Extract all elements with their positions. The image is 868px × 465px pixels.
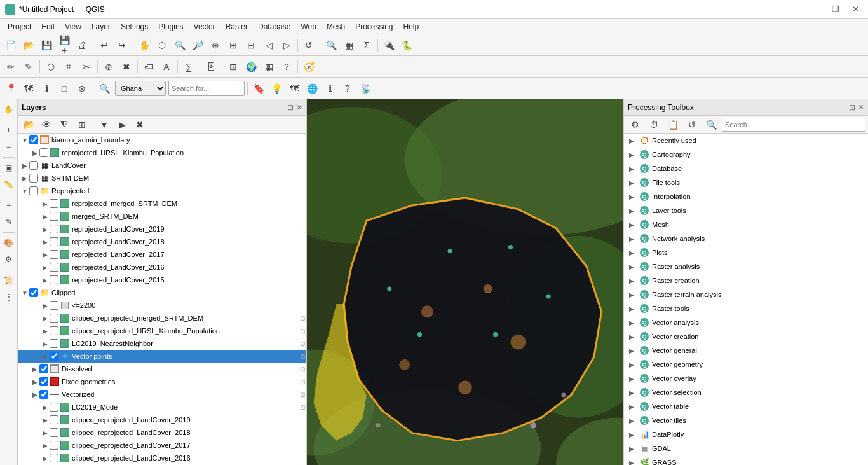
select-vtb-button[interactable]: ▣ xyxy=(1,160,17,176)
processing-toolbox-float-icon[interactable]: ⊡ xyxy=(849,103,855,112)
layer-item-rep-lc2017[interactable]: ▶ reprojected_LandCover_2017 xyxy=(18,248,306,261)
more-vtb-button[interactable]: ⋮ xyxy=(1,289,17,305)
select-location-button[interactable]: 📍 xyxy=(3,80,19,97)
layer-check-clipped-lc2019[interactable] xyxy=(50,415,58,424)
globe-button[interactable]: 🌐 xyxy=(304,80,320,97)
toolbox-item-interpolation[interactable]: ▶ Q Interpolation xyxy=(624,190,868,204)
node-tool-button[interactable]: ⬡ xyxy=(43,59,59,75)
layer-item-rep-lc2016[interactable]: ▶ reprojected_LandCover_2016 xyxy=(18,261,306,274)
delete-button[interactable]: ✖ xyxy=(118,59,135,75)
menu-settings[interactable]: Settings xyxy=(116,21,153,32)
edit-button[interactable]: ✎ xyxy=(20,59,37,75)
filter-layer-button[interactable]: ⧨ xyxy=(56,116,72,133)
zoom-full-button[interactable]: ⊕ xyxy=(207,37,224,53)
layer-check-reprojected-group[interactable] xyxy=(29,186,38,195)
layer-expand-rep-lc2019[interactable]: ▶ xyxy=(41,225,50,233)
layer-expand-srtm[interactable]: ▶ xyxy=(20,174,29,183)
attribute-table-button[interactable]: ▦ xyxy=(341,37,357,53)
minimize-button[interactable]: — xyxy=(807,3,823,15)
layer-expand-vector-points[interactable]: ▶ xyxy=(41,352,50,361)
layer-expand-clipped-lc2019[interactable]: ▶ xyxy=(41,415,50,424)
layer-check-rep-lc2015[interactable] xyxy=(50,275,58,284)
maximize-button[interactable]: ❐ xyxy=(828,3,843,15)
layer-item-fixed-geom[interactable]: ▶ Fixed geometries ⊡ xyxy=(18,375,306,388)
python-button[interactable]: 🐍 xyxy=(398,37,415,53)
toolbox-item-recently-used[interactable]: ▶ ⏱ Recently used xyxy=(624,134,868,148)
layer-item-reprojected-merged-srtm[interactable]: ▶ reprojected_merged_SRTM_DEM xyxy=(18,197,306,210)
layer-expand-le2200[interactable]: ▶ xyxy=(41,301,50,310)
layer-expand-reprojected-hrsl[interactable]: ▶ xyxy=(31,148,39,157)
expand-all-button[interactable]: ▼ xyxy=(96,116,112,133)
layer-expand-clipped-lc2018[interactable]: ▶ xyxy=(41,428,50,437)
layer-check-clipped-lc2016[interactable] xyxy=(50,454,58,462)
layer-expand-clipped-lc2016[interactable]: ▶ xyxy=(41,454,50,462)
layer-expand-rep-lc2018[interactable]: ▶ xyxy=(41,237,50,246)
layer-check-rep-lc2016[interactable] xyxy=(50,263,58,272)
refresh-button[interactable]: ↺ xyxy=(301,37,317,53)
open-project-button[interactable]: 📂 xyxy=(20,37,37,53)
layer-item-kiambu[interactable]: ▼ kiambu_admin_boundary xyxy=(18,134,306,146)
menu-plugins[interactable]: Plugins xyxy=(153,21,188,32)
layer-expand-rep-merged[interactable]: ▶ xyxy=(41,199,50,208)
toolbox-item-raster-terrain[interactable]: ▶ Q Raster terrain analysis xyxy=(624,288,868,302)
layer-expand-rep-lc2016[interactable]: ▶ xyxy=(41,263,50,272)
layer-expand-vectorized[interactable]: ▶ xyxy=(31,390,39,399)
add-group-button[interactable]: ⊞ xyxy=(74,116,90,133)
map-tool-button[interactable]: 🗺 xyxy=(286,80,302,97)
layer-expand-merged-srtm[interactable]: ▶ xyxy=(41,212,50,221)
toolbox-item-plots[interactable]: ▶ Q Plots xyxy=(624,246,868,260)
db-manager-button[interactable]: 🗄 xyxy=(203,59,219,75)
layer-item-lc2019-nn[interactable]: ▶ LC2019_NearestNeighbor ⊡ xyxy=(18,337,306,350)
layer-item-srtm[interactable]: ▶ ▦ SRTM-DEM xyxy=(18,172,306,184)
toolbox-item-gdal[interactable]: ▶ ▦ GDAL xyxy=(624,441,868,455)
layer-item-clipped-lc2017[interactable]: ▶ clipped_reprojected_LandCover_2017 xyxy=(18,439,306,452)
help-button[interactable]: ? xyxy=(278,59,295,75)
layer-item-le2200[interactable]: ▶ <=2200 xyxy=(18,299,306,312)
processing-toolbox-close-icon[interactable]: ✕ xyxy=(858,103,864,112)
plugins-button[interactable]: 🔌 xyxy=(381,37,397,53)
deselect-button[interactable]: ⊗ xyxy=(74,80,90,97)
layer-item-landcover[interactable]: ▶ ▦ LandCover xyxy=(18,159,306,172)
layer-item-clipped-group[interactable]: ▼ 📁 Clipped xyxy=(18,286,306,299)
layer-check-le2200[interactable] xyxy=(50,301,58,310)
toolbox-item-network-analysis[interactable]: ▶ Q Network analysis xyxy=(624,232,868,246)
label-color-button[interactable]: A xyxy=(158,59,175,75)
pan-map-button[interactable]: ⬡ xyxy=(154,37,170,53)
layer-expand-clipped-merged[interactable]: ▶ xyxy=(41,314,50,323)
layer-check-srtm[interactable] xyxy=(29,174,38,183)
new-project-button[interactable]: 📄 xyxy=(3,37,19,53)
menu-database[interactable]: Database xyxy=(253,21,295,32)
layer-check-clipped-merged[interactable] xyxy=(50,314,58,323)
location-tool-button[interactable]: 🗺 xyxy=(20,80,37,97)
layer-check-vector-points[interactable] xyxy=(50,352,58,361)
georef-button[interactable]: ⊞ xyxy=(225,59,241,75)
layer-expand-fixed-geom[interactable]: ▶ xyxy=(31,377,39,386)
field-calc-button[interactable]: ∑ xyxy=(180,59,197,75)
gps-button[interactable]: 📡 xyxy=(357,80,374,97)
toolbox-item-file-tools[interactable]: ▶ Q File tools xyxy=(624,176,868,190)
layer-item-merged-srtm[interactable]: ▶ merged_SRTM_DEM xyxy=(18,210,306,223)
layer-check-vectorized[interactable] xyxy=(39,390,48,399)
toolbox-settings-button[interactable]: ⚙ xyxy=(627,116,643,133)
toolbox-refresh-button[interactable]: ↺ xyxy=(684,116,700,133)
toolbox-item-raster-creation[interactable]: ▶ Q Raster creation xyxy=(624,274,868,288)
layer-vtb-button[interactable]: ≡ xyxy=(1,198,17,213)
toolbox-item-vector-creation[interactable]: ▶ Q Vector creation xyxy=(624,330,868,344)
location-search-input[interactable] xyxy=(168,81,245,96)
save-as-button[interactable]: 💾+ xyxy=(56,37,72,53)
layer-expand-reprojected-group[interactable]: ▼ xyxy=(20,186,29,195)
label-tool-button[interactable]: 🏷 xyxy=(140,59,157,75)
layer-item-clipped-lc2019[interactable]: ▶ clipped_reprojected_LandCover_2019 xyxy=(18,413,306,426)
menu-help[interactable]: Help xyxy=(398,21,424,32)
layer-item-reprojected-group[interactable]: ▼ 📁 Reprojected xyxy=(18,184,306,197)
toolbox-item-dataplotly[interactable]: ▶ 📊 DataPlotly xyxy=(624,427,868,441)
undo-button[interactable]: ↩ xyxy=(96,37,112,53)
select-features-button[interactable]: □ xyxy=(56,80,72,97)
map-canvas[interactable] xyxy=(307,99,623,465)
show-tips-button[interactable]: 💡 xyxy=(268,80,285,97)
layer-item-clipped-lc2018[interactable]: ▶ clipped_reprojected_LandCover_2018 xyxy=(18,426,306,439)
layer-item-vectorized[interactable]: ▶ Vectorized ⊡ xyxy=(18,388,306,401)
layer-check-rep-lc2017[interactable] xyxy=(50,250,58,259)
toolbox-item-vector-overlay[interactable]: ▶ Q Vector overlay xyxy=(624,371,868,385)
reshape-button[interactable]: ⌗ xyxy=(60,59,77,75)
